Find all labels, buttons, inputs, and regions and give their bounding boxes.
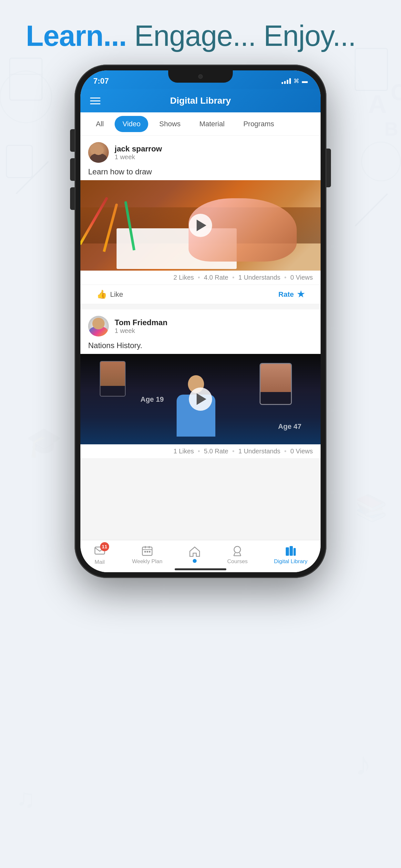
- post-2-time: 1 week: [115, 327, 167, 335]
- post-1-rate: 4.0 Rate: [204, 274, 228, 281]
- video-thumb-1[interactable]: [81, 180, 320, 271]
- post-1-time: 1 week: [115, 153, 162, 161]
- library-icon: [284, 545, 297, 557]
- tab-shows[interactable]: Shows: [151, 116, 188, 132]
- tab-programs[interactable]: Programs: [236, 116, 282, 132]
- app-header: Digital Library: [81, 89, 320, 113]
- star-icon: ★: [297, 289, 305, 299]
- svg-text:🎓: 🎓: [26, 425, 62, 460]
- wifi-icon: ⌘: [294, 78, 299, 85]
- post-2-stats: 1 Likes • 5.0 Rate • 1 Understands • 0 V…: [81, 444, 320, 458]
- svg-text:C: C: [391, 80, 401, 105]
- svg-line-25: [234, 553, 235, 556]
- rate-button-1[interactable]: Rate ★: [278, 289, 305, 299]
- svg-text:A: A: [368, 90, 387, 119]
- svg-rect-22: [149, 551, 150, 553]
- video-thumb-2[interactable]: Age 19 Age 47: [81, 354, 320, 444]
- post-1-stats: 2 Likes • 4.0 Rate • 1 Understands • 0 V…: [81, 271, 320, 284]
- content-area: jack sparrow 1 week Learn how to draw: [81, 135, 320, 540]
- post-1-actions: 👍 Like Rate ★: [81, 284, 320, 304]
- status-time: 7:07: [93, 74, 109, 86]
- svg-rect-4: [355, 49, 388, 90]
- thumb-icon: 👍: [96, 289, 107, 299]
- nav-library[interactable]: Digital Library: [274, 545, 307, 565]
- post-2-views: 0 Views: [290, 447, 313, 455]
- post-1-meta: jack sparrow 1 week: [115, 144, 162, 161]
- avatar-tom: [88, 316, 109, 337]
- headline-learn: Learn...: [26, 20, 127, 52]
- calendar-icon: [141, 545, 153, 557]
- courses-icon: [231, 545, 243, 557]
- svg-line-26: [240, 553, 241, 556]
- phone-mockup: 7:07 ⌘ ▬ Digital Library: [74, 65, 327, 578]
- status-icons: ⌘ ▬: [281, 75, 308, 85]
- post-1-title: Learn how to draw: [81, 166, 320, 180]
- signal-icon: [281, 78, 291, 84]
- avatar-jack: [88, 142, 109, 163]
- svg-rect-29: [289, 546, 293, 556]
- play-button-2[interactable]: [189, 388, 212, 411]
- nav-courses-label: Courses: [227, 558, 248, 565]
- post-2-likes: 1 Likes: [174, 447, 194, 455]
- post-1-views: 0 Views: [290, 274, 313, 281]
- svg-rect-28: [286, 547, 289, 556]
- play-triangle-1: [197, 220, 206, 231]
- nav-library-label: Digital Library: [274, 558, 307, 565]
- age-label-young: Age 19: [141, 395, 164, 404]
- svg-point-0: [0, 71, 52, 123]
- nav-home[interactable]: [189, 546, 201, 564]
- portrait-left: [100, 361, 126, 397]
- filter-tabs: All Video Shows Material Programs: [81, 113, 320, 135]
- post-2-meta: Tom Friedman 1 week: [115, 318, 167, 335]
- post-card-1: jack sparrow 1 week Learn how to draw: [81, 135, 320, 304]
- post-2-author: Tom Friedman: [115, 318, 167, 327]
- post-2-header: Tom Friedman 1 week: [81, 309, 320, 340]
- play-button-1[interactable]: [189, 214, 212, 237]
- nav-mail-label: Mail: [95, 559, 104, 565]
- nav-weekly-label: Weekly Plan: [132, 558, 162, 565]
- phone-notch: [168, 70, 233, 83]
- mail-badge: 11: [100, 542, 109, 551]
- home-dot: [193, 559, 197, 563]
- post-1-likes: 2 Likes: [174, 274, 194, 281]
- like-label-1: Like: [110, 290, 123, 299]
- pencil-orange: [103, 204, 118, 252]
- svg-rect-30: [294, 548, 296, 556]
- hamburger-menu[interactable]: [90, 97, 100, 104]
- home-bar: [175, 568, 226, 570]
- post-1-header: jack sparrow 1 week: [81, 135, 320, 166]
- bottom-nav: 11 Mail Weekly Plan: [81, 540, 320, 572]
- svg-line-6: [355, 194, 388, 226]
- svg-rect-2: [10, 58, 42, 100]
- svg-point-24: [234, 547, 241, 553]
- nav-weekly[interactable]: Weekly Plan: [132, 545, 162, 565]
- post-2-understands: 1 Understands: [238, 447, 280, 455]
- svg-rect-10: [6, 145, 32, 178]
- svg-rect-21: [147, 551, 148, 553]
- rate-label-1: Rate: [278, 290, 294, 299]
- svg-text:♪: ♪: [355, 746, 371, 782]
- headline-rest: Engage... Enjoy...: [127, 20, 356, 52]
- like-button-1[interactable]: 👍 Like: [96, 289, 123, 299]
- svg-text:📚: 📚: [355, 492, 388, 523]
- nav-courses[interactable]: Courses: [227, 545, 248, 565]
- svg-point-1: [362, 142, 400, 181]
- svg-text:B: B: [384, 118, 398, 140]
- post-card-2: Tom Friedman 1 week Nations History.: [81, 309, 320, 458]
- home-icon: [189, 546, 201, 558]
- post-1-author: jack sparrow: [115, 144, 162, 153]
- post-1-understands: 1 Understands: [238, 274, 280, 281]
- post-2-title: Nations History.: [81, 340, 320, 354]
- svg-rect-20: [144, 551, 146, 553]
- battery-icon: ▬: [302, 78, 308, 85]
- age-label-old: Age 47: [278, 423, 301, 431]
- app-headline: Learn... Engage... Enjoy...: [26, 20, 356, 53]
- tab-video[interactable]: Video: [115, 116, 148, 132]
- notch-camera: [198, 74, 203, 79]
- phone-screen: 7:07 ⌘ ▬ Digital Library: [81, 70, 320, 572]
- svg-marker-23: [190, 547, 199, 556]
- tab-material[interactable]: Material: [191, 116, 232, 132]
- tab-all[interactable]: All: [88, 116, 112, 132]
- portrait-right: [259, 363, 292, 405]
- nav-mail[interactable]: 11 Mail: [94, 544, 106, 565]
